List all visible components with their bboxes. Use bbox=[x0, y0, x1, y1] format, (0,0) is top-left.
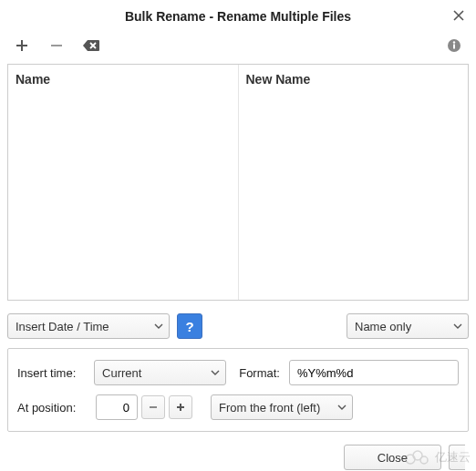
column-new-name: New Name bbox=[239, 65, 469, 300]
scope-value: Name only bbox=[355, 320, 411, 333]
position-input[interactable] bbox=[96, 394, 138, 420]
controls-row: Insert Date / Time ? Name only bbox=[0, 301, 476, 348]
column-name: Name bbox=[8, 65, 239, 300]
plus-icon bbox=[16, 39, 28, 52]
chevron-down-icon bbox=[154, 323, 163, 329]
close-button[interactable]: Close bbox=[344, 445, 441, 470]
format-input[interactable] bbox=[289, 360, 459, 385]
backspace-clear-icon bbox=[82, 39, 100, 52]
dialog-footer: Close bbox=[0, 432, 476, 470]
options-panel: Insert time: Current Format: At position… bbox=[7, 348, 469, 432]
format-label: Format: bbox=[235, 366, 280, 380]
remove-file-button[interactable] bbox=[47, 36, 66, 55]
insert-time-dropdown[interactable]: Current bbox=[94, 360, 226, 385]
scope-dropdown[interactable]: Name only bbox=[347, 313, 469, 339]
svg-rect-2 bbox=[453, 45, 455, 49]
rename-mode-value: Insert Date / Time bbox=[16, 320, 109, 333]
column-header-name: Name bbox=[8, 65, 238, 95]
rename-button-partial[interactable] bbox=[449, 445, 465, 470]
chevron-down-icon bbox=[453, 323, 462, 329]
minus-icon bbox=[50, 39, 63, 52]
position-increment-button[interactable] bbox=[169, 395, 192, 419]
window-close-button[interactable] bbox=[450, 7, 467, 24]
chevron-down-icon bbox=[211, 370, 220, 375]
insert-time-label: Insert time: bbox=[17, 366, 85, 380]
info-icon bbox=[447, 38, 461, 53]
titlebar: Bulk Rename - Rename Multiple Files bbox=[0, 0, 476, 33]
file-table[interactable]: Name New Name bbox=[7, 64, 469, 301]
plus-icon bbox=[175, 402, 186, 413]
minus-icon bbox=[148, 402, 159, 413]
position-spinner bbox=[96, 394, 192, 420]
close-button-label: Close bbox=[378, 451, 408, 465]
svg-point-1 bbox=[453, 41, 455, 43]
rename-mode-dropdown[interactable]: Insert Date / Time bbox=[7, 313, 170, 339]
position-label: At position: bbox=[17, 401, 87, 415]
info-button[interactable] bbox=[445, 36, 463, 55]
window-title: Bulk Rename - Rename Multiple Files bbox=[125, 9, 351, 24]
anchor-value: From the front (left) bbox=[219, 401, 320, 415]
add-file-button[interactable] bbox=[13, 36, 31, 55]
anchor-dropdown[interactable]: From the front (left) bbox=[211, 394, 353, 420]
insert-time-value: Current bbox=[102, 366, 141, 380]
close-icon bbox=[453, 10, 464, 21]
chevron-down-icon bbox=[337, 404, 347, 410]
question-icon: ? bbox=[185, 319, 193, 334]
column-header-new-name: New Name bbox=[239, 65, 469, 95]
help-button[interactable]: ? bbox=[177, 313, 202, 339]
clear-list-button[interactable] bbox=[82, 36, 100, 55]
toolbar bbox=[0, 33, 476, 64]
position-decrement-button[interactable] bbox=[141, 395, 165, 419]
